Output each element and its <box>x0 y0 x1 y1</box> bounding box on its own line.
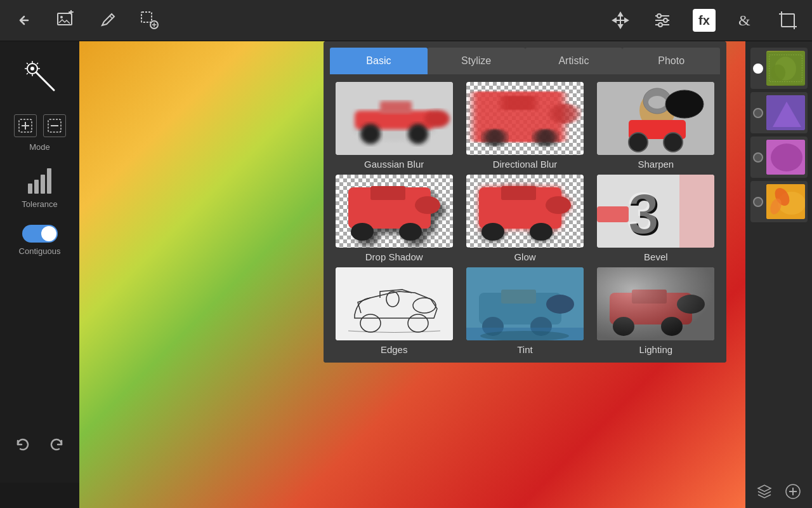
add-mode-icon[interactable] <box>14 114 37 137</box>
svg-line-26 <box>36 72 54 90</box>
redo-button[interactable] <box>48 436 65 457</box>
svg-point-17 <box>30 67 34 70</box>
fx-item-lighting[interactable]: Lighting <box>593 267 719 355</box>
fx-item-sharpen[interactable]: Sharpen <box>593 82 719 170</box>
fx-item-gaussian-blur[interactable]: Gaussian Blur <box>331 82 457 170</box>
fx-label-gaussian-blur: Gaussian Blur <box>364 159 424 170</box>
fx-item-tint[interactable]: Tint <box>462 267 587 355</box>
fx-thumb-sharpen <box>597 82 714 155</box>
svg-point-53 <box>351 223 374 241</box>
fx-thumb-glow <box>466 175 584 248</box>
layer-item-3[interactable] <box>750 137 808 178</box>
svg-point-36 <box>408 124 428 144</box>
adjust-button[interactable] <box>651 9 674 32</box>
toggle-section: Contiguous <box>19 225 61 256</box>
tolerance-section: Tolerance <box>22 168 57 209</box>
fx-item-directional-blur[interactable]: Directional Blur <box>462 82 587 170</box>
fx-label-sharpen: Sharpen <box>638 159 674 170</box>
layer-radio-2 <box>753 108 763 118</box>
mode-section: Mode <box>14 114 66 152</box>
fx-item-edges[interactable]: Edges <box>331 267 457 355</box>
layer-thumb-1 <box>766 51 805 86</box>
svg-point-38 <box>424 110 450 128</box>
svg-line-22 <box>27 63 28 64</box>
move-button[interactable] <box>609 9 632 32</box>
svg-rect-65 <box>597 206 629 222</box>
svg-point-41 <box>534 129 557 147</box>
add-layer-button[interactable] <box>785 483 801 503</box>
svg-rect-60 <box>501 186 536 200</box>
layer-thumb-2 <box>766 95 805 130</box>
svg-point-50 <box>629 133 648 152</box>
fx-label-lighting: Lighting <box>639 344 673 355</box>
fx-item-glow[interactable]: Glow <box>462 175 587 262</box>
svg-point-40 <box>483 129 506 147</box>
svg-line-25 <box>27 73 28 74</box>
undo-button[interactable] <box>14 436 32 457</box>
fx-item-drop-shadow[interactable]: Drop Shadow <box>331 175 457 262</box>
subtract-mode-icon[interactable] <box>43 114 66 137</box>
toggle-knob <box>41 226 56 241</box>
layer-thumb-3 <box>766 140 805 175</box>
svg-point-7 <box>657 14 661 18</box>
fx-item-bevel[interactable]: 3 3 Bevel <box>593 175 719 262</box>
svg-point-58 <box>481 223 504 241</box>
fx-label-bevel: Bevel <box>644 251 668 262</box>
fx-label-drop-shadow: Drop Shadow <box>365 251 423 262</box>
layer-item-4[interactable] <box>750 181 808 222</box>
svg-text:3: 3 <box>627 182 658 245</box>
top-toolbar: fx & <box>0 0 812 41</box>
tolerance-icon <box>26 168 54 196</box>
svg-point-51 <box>664 133 683 152</box>
crop-button[interactable] <box>776 9 799 32</box>
svg-point-59 <box>530 223 553 241</box>
main-area: Mode Tolerance Contiguous Basic Styli <box>0 41 812 508</box>
back-button[interactable] <box>13 9 36 32</box>
svg-rect-55 <box>370 186 405 200</box>
contiguous-toggle[interactable] <box>22 225 58 243</box>
fx-label-glow: Glow <box>514 251 535 262</box>
layer-item-1[interactable] <box>750 48 808 89</box>
svg-line-24 <box>37 63 38 64</box>
mode-icons-row <box>14 114 66 137</box>
tab-photo[interactable]: Photo <box>622 48 720 74</box>
svg-point-61 <box>546 196 571 214</box>
svg-rect-2 <box>141 12 152 22</box>
svg-rect-66 <box>679 175 714 248</box>
left-sidebar: Mode Tolerance Contiguous <box>0 41 79 483</box>
svg-point-35 <box>360 124 381 144</box>
tab-basic[interactable]: Basic <box>330 48 428 74</box>
fx-thumb-tint <box>466 267 584 340</box>
layer-actions <box>750 478 808 508</box>
svg-point-49 <box>665 90 704 118</box>
fx-thumb-directional-blur <box>466 82 584 155</box>
svg-point-47 <box>648 96 666 109</box>
svg-point-95 <box>771 144 802 171</box>
layer-radio-4 <box>753 197 763 207</box>
selection-button[interactable] <box>138 9 161 32</box>
layers-icon[interactable] <box>756 483 773 503</box>
svg-rect-42 <box>501 96 536 110</box>
fx-thumb-gaussian-blur <box>336 82 453 155</box>
combine-button[interactable]: & <box>735 9 757 32</box>
tab-stylize[interactable]: Stylize <box>428 48 525 74</box>
add-image-button[interactable] <box>55 9 77 32</box>
fx-tabs: Basic Stylize Artistic Photo <box>324 41 726 74</box>
draw-button[interactable] <box>96 9 119 32</box>
layer-radio-3 <box>753 152 763 163</box>
layer-item-2[interactable] <box>750 92 808 133</box>
fx-label-directional-blur: Directional Blur <box>493 159 558 170</box>
fx-thumb-drop-shadow <box>336 175 453 248</box>
svg-rect-11 <box>782 14 794 27</box>
contiguous-label: Contiguous <box>19 246 61 256</box>
svg-point-43 <box>551 104 579 124</box>
fx-button[interactable]: fx <box>693 9 716 32</box>
svg-rect-86 <box>597 267 714 340</box>
mode-label: Mode <box>29 142 50 152</box>
magic-wand-icon[interactable] <box>15 51 65 102</box>
svg-point-8 <box>664 18 667 22</box>
tab-artistic[interactable]: Artistic <box>525 48 623 74</box>
fx-dialog: Basic Stylize Artistic Photo <box>324 41 726 363</box>
sidebar-bottom <box>0 425 79 467</box>
right-sidebar <box>745 41 812 508</box>
